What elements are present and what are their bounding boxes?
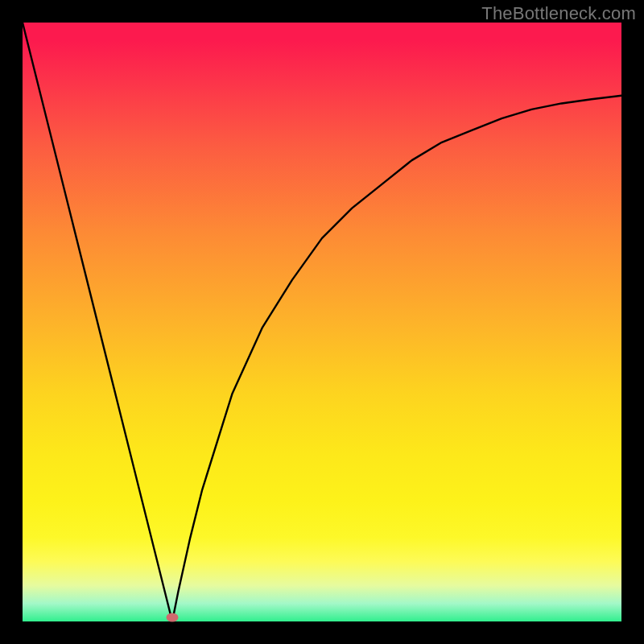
minimum-marker	[167, 613, 179, 622]
watermark-text: TheBottleneck.com	[481, 3, 636, 24]
plot-area	[23, 23, 621, 621]
chart-frame: TheBottleneck.com	[0, 0, 644, 644]
